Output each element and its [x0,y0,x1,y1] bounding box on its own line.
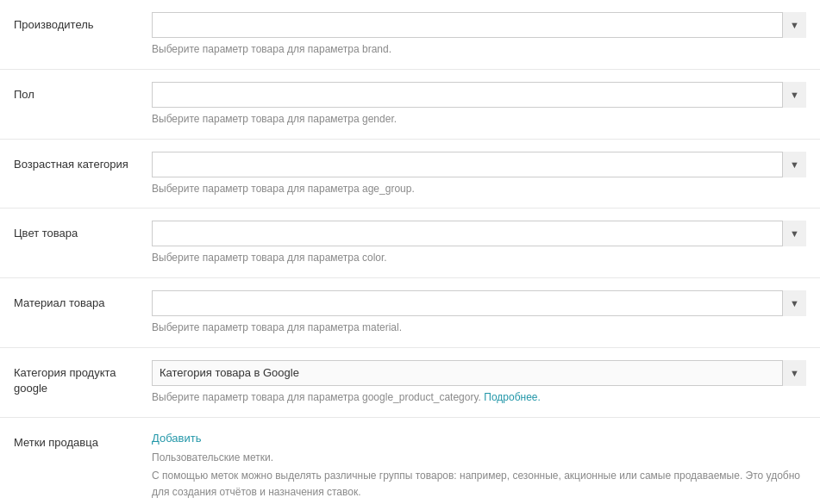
field-content-seller-tags: Добавить Пользовательские метки. С помощ… [152,430,806,504]
field-content-color: ▼ Выберите параметр товара для параметра… [152,221,806,265]
hint-gender: Выберите параметр товара для параметра g… [152,112,806,127]
field-content-age-group: ▼ Выберите параметр товара для параметра… [152,152,806,196]
hint-material: Выберите параметр товара для параметра m… [152,320,806,335]
hint-color: Выберите параметр товара для параметра c… [152,251,806,265]
field-label-age-group: Возрастная категория [14,152,152,172]
field-label-seller-tags: Метки продавца [14,430,152,451]
field-content-gender: ▼ Выберите параметр товара для параметра… [152,82,806,127]
field-row-age-group: Возрастная категория ▼ Выберите параметр… [0,140,820,209]
seller-tags-desc-2: С помощью меток можно выделять различные… [152,468,806,501]
select-color[interactable] [152,221,806,246]
select-manufacturer[interactable] [152,12,806,38]
seller-tags-desc-1: Пользовательские метки. [152,450,806,466]
field-row-seller-tags: Метки продавца Добавить Пользовательские… [0,418,820,504]
select-wrapper-gender: ▼ [152,82,806,108]
field-row-material: Материал товара ▼ Выберите параметр това… [0,278,820,348]
select-wrapper-age-group: ▼ [152,152,806,177]
field-label-gender: Пол [14,82,152,103]
field-row-google-category: Категория продукта google Категория това… [0,348,820,418]
hint-manufacturer: Выберите параметр товара для параметра b… [152,42,806,57]
field-content-google-category: Категория товара в Google ▼ Выберите пар… [152,360,806,405]
select-wrapper-manufacturer: ▼ [152,12,806,38]
field-row-gender: Пол ▼ Выберите параметр товара для парам… [0,70,820,140]
field-label-material: Материал товара [14,290,152,311]
seller-tags-description: Пользовательские метки. С помощью меток … [152,450,806,504]
hint-google-category: Выберите параметр товара для параметра g… [152,390,806,405]
select-wrapper-color: ▼ [152,221,806,246]
select-wrapper-material: ▼ [152,290,806,316]
select-gender[interactable] [152,82,806,108]
form-container: Производитель ▼ Выберите параметр товара… [0,0,820,504]
field-label-manufacturer: Производитель [14,12,152,33]
field-label-google-category: Категория продукта google [14,360,152,396]
select-material[interactable] [152,290,806,316]
field-row-manufacturer: Производитель ▼ Выберите параметр товара… [0,0,820,70]
hint-link-google-category[interactable]: Подробнее. [484,391,541,403]
field-content-manufacturer: ▼ Выберите параметр товара для параметра… [152,12,806,57]
field-label-color: Цвет товара [14,221,152,241]
select-wrapper-google-category: Категория товара в Google ▼ [152,360,806,386]
select-google-category[interactable]: Категория товара в Google [152,360,806,386]
select-age-group[interactable] [152,152,806,177]
add-seller-tags-link[interactable]: Добавить [152,432,201,445]
field-content-material: ▼ Выберите параметр товара для параметра… [152,290,806,335]
field-row-color: Цвет товара ▼ Выберите параметр товара д… [0,208,820,278]
hint-age-group: Выберите параметр товара для параметра a… [152,182,806,196]
